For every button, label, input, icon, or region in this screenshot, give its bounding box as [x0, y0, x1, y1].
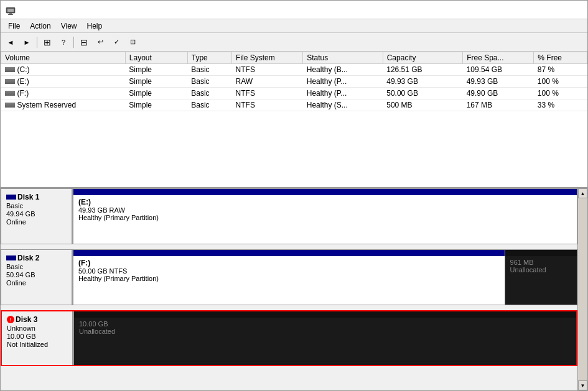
cell-status: Healthy (P...	[303, 88, 383, 99]
table-row[interactable]: (F:) Simple Basic NTFS Healthy (P... 50.…	[1, 88, 587, 99]
cell-type: Basic	[187, 64, 231, 76]
cell-fs: RAW	[232, 76, 303, 88]
menu-action[interactable]: Action	[25, 21, 55, 32]
menu-help[interactable]: Help	[82, 21, 108, 32]
close-button[interactable]	[566, 4, 582, 16]
cell-free: 49.93 GB	[463, 76, 534, 88]
col-header-type: Type	[187, 52, 231, 64]
maximize-button[interactable]	[549, 4, 565, 16]
partition-size: 49.93 GB RAW	[78, 206, 572, 214]
partition-status: Unallocated	[510, 266, 572, 274]
cell-free: 167 MB	[463, 99, 534, 111]
cell-free: 49.90 GB	[463, 88, 534, 99]
disk-type: Basic	[6, 202, 67, 209]
partition-status: Unallocated	[79, 328, 571, 335]
partition[interactable]: (E:) 49.93 GB RAW Healthy (Primary Parti…	[73, 189, 577, 244]
toolbar-sep-1	[37, 37, 37, 48]
partition[interactable]: 10.00 GB Unallocated	[73, 311, 576, 365]
cell-capacity: 50.00 GB	[383, 88, 462, 99]
drive-icon	[5, 91, 15, 96]
cell-fs: NTFS	[232, 99, 303, 111]
cell-pct: 33 %	[534, 99, 587, 111]
drive-icon	[5, 79, 15, 84]
partition[interactable]: (F:) 50.00 GB NTFS Healthy (Primary Part…	[73, 250, 505, 305]
volume-table: Volume Layout Type File System Status Ca…	[1, 52, 587, 111]
drive-icon	[5, 67, 15, 72]
disk-row: !Disk 3 Unknown 10.00 GB Not Initialized…	[1, 310, 577, 366]
disk-name: Disk 1	[6, 193, 67, 201]
toolbar-up[interactable]: ⊞	[40, 35, 55, 50]
partition-bar	[74, 311, 576, 318]
col-header-freespace: Free Spa...	[463, 52, 534, 64]
partition-status: Healthy (Primary Partition)	[78, 214, 572, 221]
partition-bar	[73, 250, 505, 256]
table-row[interactable]: (E:) Simple Basic RAW Healthy (P... 49.9…	[1, 76, 587, 88]
cell-layout: Simple	[125, 76, 187, 88]
cell-volume: System Reserved	[1, 99, 126, 111]
disk-row: Disk 1 Basic 49.94 GB Online (E:) 49.93 …	[1, 188, 577, 244]
disk-size: 50.94 GB	[6, 271, 67, 278]
menu-view[interactable]: View	[56, 21, 82, 32]
cell-volume: (E:)	[1, 76, 126, 88]
col-header-fs: File System	[232, 52, 303, 64]
blue-icon	[6, 255, 16, 260]
partition[interactable]: 961 MB Unallocated	[505, 250, 577, 305]
title-bar	[1, 1, 587, 19]
col-header-freepct: % Free	[534, 52, 587, 64]
toolbar-btn4[interactable]: ↩	[93, 35, 108, 50]
alert-icon: !	[7, 316, 14, 323]
cell-volume: (C:)	[1, 64, 126, 76]
partition-label: (F:)	[78, 259, 500, 267]
toolbar-btn5[interactable]: ✓	[109, 35, 124, 50]
table-row[interactable]: System Reserved Simple Basic NTFS Health…	[1, 99, 587, 111]
minimize-button[interactable]	[531, 4, 548, 16]
cell-free: 109.54 GB	[463, 64, 534, 76]
app-icon	[6, 5, 16, 15]
svg-rect-2	[9, 13, 12, 14]
drive-icon	[5, 103, 15, 108]
cell-type: Basic	[187, 88, 231, 99]
disk-size: 49.94 GB	[6, 210, 67, 218]
partition-size: 10.00 GB	[79, 320, 571, 328]
disk-info: Disk 2 Basic 50.94 GB Online	[1, 250, 73, 305]
scrollbar-down[interactable]: ▼	[578, 380, 587, 390]
menu-file[interactable]: File	[3, 21, 25, 32]
cell-capacity: 126.51 GB	[383, 64, 462, 76]
toolbar-forward[interactable]: ►	[19, 35, 34, 50]
cell-status: Healthy (S...	[303, 99, 383, 111]
svg-rect-1	[7, 9, 14, 12]
disk-size: 10.00 GB	[7, 333, 67, 340]
partition-content: 961 MB Unallocated	[505, 256, 577, 276]
disk-status: Online	[6, 218, 67, 226]
cell-type: Basic	[187, 76, 231, 88]
scrollbar-up[interactable]: ▲	[578, 188, 587, 198]
title-bar-left	[6, 5, 19, 15]
toolbar-btn6[interactable]: ⊡	[125, 35, 140, 50]
svg-rect-3	[8, 14, 13, 15]
partitions-area: (F:) 50.00 GB NTFS Healthy (Primary Part…	[73, 250, 577, 305]
cell-layout: Simple	[125, 64, 187, 76]
main-window: File Action View Help ◄ ► ⊞ ? ⊟ ↩ ✓ ⊡ Vo…	[0, 0, 588, 391]
partition-bar	[73, 189, 577, 195]
cell-status: Healthy (B...	[303, 64, 383, 76]
cell-layout: Simple	[125, 88, 187, 99]
disk-type: Unknown	[7, 324, 67, 332]
toolbar-back[interactable]: ◄	[3, 35, 18, 50]
disk-status: Online	[6, 279, 67, 287]
main-content: Volume Layout Type File System Status Ca…	[1, 52, 587, 390]
table-row[interactable]: (C:) Simple Basic NTFS Healthy (B... 126…	[1, 64, 587, 76]
disk-info: Disk 1 Basic 49.94 GB Online	[1, 189, 73, 244]
disk-info: !Disk 3 Unknown 10.00 GB Not Initialized	[2, 311, 73, 365]
col-header-capacity: Capacity	[383, 52, 462, 64]
col-header-status: Status	[303, 52, 383, 64]
toolbar-btn3[interactable]: ⊟	[77, 35, 91, 50]
blue-icon	[6, 195, 16, 200]
disk-status: Not Initialized	[7, 341, 67, 348]
toolbar-help[interactable]: ?	[56, 35, 71, 50]
disk-type: Basic	[6, 263, 67, 270]
disk-name: Disk 2	[6, 254, 67, 262]
partition-bar	[505, 250, 577, 256]
window-controls	[531, 4, 582, 16]
partition-size: 961 MB	[510, 259, 572, 266]
volume-table-panel: Volume Layout Type File System Status Ca…	[1, 52, 587, 188]
